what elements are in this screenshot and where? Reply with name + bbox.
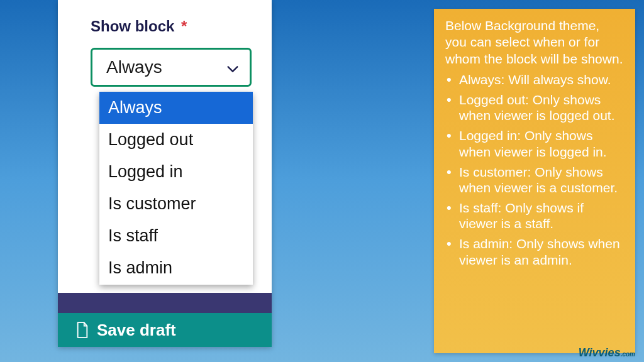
info-bullet: Logged out: Only shows when viewer is lo… bbox=[447, 92, 624, 123]
option-is-staff[interactable]: Is staff bbox=[99, 220, 253, 252]
field-label-text: Show block bbox=[91, 18, 174, 35]
option-is-admin[interactable]: Is admin bbox=[99, 252, 253, 284]
option-logged-in[interactable]: Logged in bbox=[99, 156, 253, 188]
info-lead: Below Background theme, you can select w… bbox=[445, 18, 624, 67]
brand-logo: Wivvies.com bbox=[579, 346, 635, 359]
option-always[interactable]: Always bbox=[99, 92, 253, 124]
show-block-dropdown: Always Logged out Logged in Is customer … bbox=[99, 92, 253, 285]
form-card: Show block * Always Always Logged out Lo… bbox=[58, 0, 272, 347]
divider-bar bbox=[58, 293, 272, 313]
save-draft-label: Save draft bbox=[97, 321, 176, 340]
info-bullet: Is admin: Only shows when viewer is an a… bbox=[447, 236, 624, 267]
show-block-select[interactable]: Always bbox=[91, 48, 252, 87]
option-logged-out[interactable]: Logged out bbox=[99, 124, 253, 156]
required-asterisk: * bbox=[181, 18, 187, 35]
brand-ext: .com bbox=[621, 351, 635, 358]
info-list: Always: Will always show. Logged out: On… bbox=[445, 72, 624, 268]
info-bullet: Logged in: Only shows when viewer is log… bbox=[447, 128, 624, 159]
info-bullet: Always: Will always show. bbox=[447, 72, 624, 87]
save-draft-button[interactable]: Save draft bbox=[58, 313, 272, 347]
option-is-customer[interactable]: Is customer bbox=[99, 188, 253, 220]
field-label: Show block * bbox=[91, 18, 187, 35]
document-icon bbox=[75, 321, 89, 339]
chevron-down-icon bbox=[226, 60, 240, 74]
info-bullet: Is staff: Only shows if viewer is a staf… bbox=[447, 200, 624, 231]
brand-name: Wivvies bbox=[579, 346, 621, 359]
info-panel: Below Background theme, you can select w… bbox=[434, 9, 635, 353]
info-bullet: Is customer: Only shows when viewer is a… bbox=[447, 164, 624, 195]
select-value: Always bbox=[106, 57, 162, 77]
